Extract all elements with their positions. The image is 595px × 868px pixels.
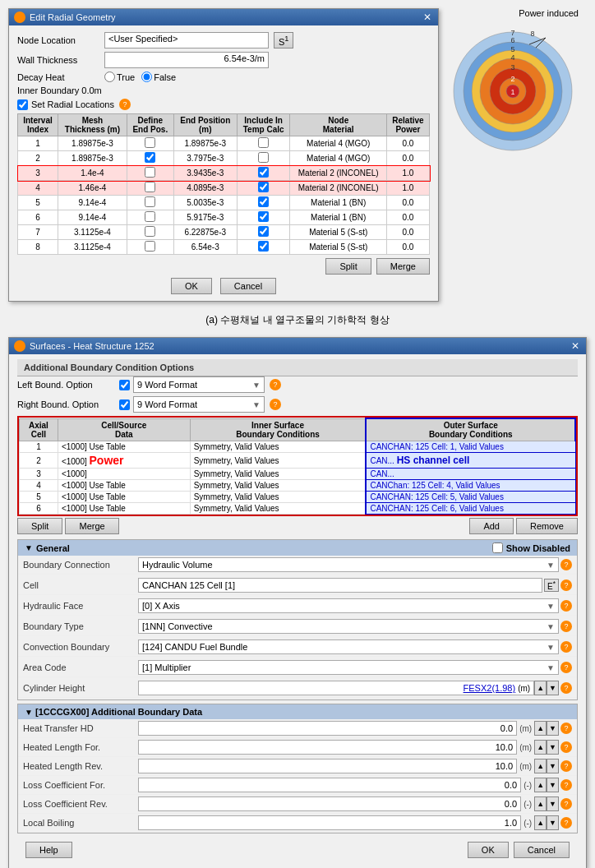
boundary-type-value[interactable]: [1NN] Convective ▼ xyxy=(138,619,559,634)
power-annotation: Power xyxy=(90,454,124,467)
split-button[interactable]: Split xyxy=(325,258,371,275)
node-location-input[interactable]: <User Specified> xyxy=(104,32,269,48)
left-bound-help-icon: ? xyxy=(270,379,281,390)
table-row: 8 3.1125e-4 6.54e-3 Material 5 (S-st) 0.… xyxy=(18,240,430,255)
table-row: 7 3.1125e-4 6.22875e-3 Material 5 (S-st)… xyxy=(18,225,430,240)
loss-coeff-rev-adj-down[interactable]: ▼ xyxy=(547,796,559,811)
node-location-label: Node Location xyxy=(17,35,99,45)
inner-boundary-label: Inner Boundary 0.0m xyxy=(17,85,430,95)
node-location-button[interactable]: S1 xyxy=(274,32,293,48)
left-bound-dropdown-arrow: ▼ xyxy=(252,381,261,390)
show-disabled-label: Show Disabled xyxy=(506,543,570,553)
remove-button[interactable]: Remove xyxy=(516,518,578,534)
cell-split-button[interactable]: Split xyxy=(17,518,62,534)
loss-coeff-rev-adj-up[interactable]: ▲ xyxy=(534,796,547,811)
show-disabled-checkbox[interactable] xyxy=(492,542,503,553)
left-bound-dropdown[interactable]: 9 Word Format ▼ xyxy=(133,376,265,393)
boundary-connection-value[interactable]: Hydraulic Volume ▼ xyxy=(138,557,559,572)
area-code-label: Area Code xyxy=(23,663,138,672)
heated-length-rev-value: 10.0 xyxy=(138,759,517,773)
local-boiling-adj-down[interactable]: ▼ xyxy=(547,815,559,830)
decay-heat-true[interactable]: True xyxy=(104,72,135,82)
cell-merge-button[interactable]: Merge xyxy=(65,518,118,534)
heated-length-for-adj-down[interactable]: ▼ xyxy=(547,740,559,755)
cancel-button[interactable]: Cancel xyxy=(220,278,276,294)
loss-coeff-for-adj-up[interactable]: ▲ xyxy=(534,778,547,792)
local-boiling-label: Local Boiling xyxy=(23,818,138,828)
table-row: 1 1.89875e-3 1.89875e-3 Material 4 (MGO)… xyxy=(18,136,430,151)
surfaces-close-button[interactable]: ✕ xyxy=(570,340,581,352)
help-icon: ? xyxy=(119,99,131,110)
table-row: 2 1.89875e-3 3.7975e-3 Material 4 (MGO) … xyxy=(18,151,430,166)
svg-text:6: 6 xyxy=(510,36,514,44)
general-label: General xyxy=(36,543,70,553)
target-diagram: 1 2 3 4 5 6 7 8 xyxy=(447,21,579,153)
table-row: 3 1.4e-4 3.9435e-3 Material 2 (INCONEL) … xyxy=(18,166,430,181)
surfaces-ok-button[interactable]: OK xyxy=(468,842,509,858)
split-merge-row: Split Merge xyxy=(17,258,430,275)
right-bound-checkbox[interactable] xyxy=(119,399,130,410)
cell-table-row: 2 <1000] Power Symmetry, Valid Values CA… xyxy=(20,453,576,469)
table-row: 5 9.14e-4 5.0035e-3 Material 1 (BN) 0.0 xyxy=(18,196,430,210)
col-header-power: RelativePower xyxy=(386,114,429,136)
cell-table-row: 6 <1000] Use Table Symmetry, Valid Value… xyxy=(20,503,576,515)
cell-col-inner: Inner SurfaceBoundary Conditions xyxy=(190,418,366,441)
heat-transfer-hd-adj-down[interactable]: ▼ xyxy=(547,721,559,736)
area-code-arrow: ▼ xyxy=(547,663,555,672)
right-bound-dropdown[interactable]: 9 Word Format ▼ xyxy=(133,396,265,413)
decay-heat-false[interactable]: False xyxy=(141,72,176,82)
heat-transfer-hd-adj-up[interactable]: ▲ xyxy=(534,721,547,736)
svg-text:5: 5 xyxy=(510,45,514,53)
right-bound-dropdown-arrow: ▼ xyxy=(252,400,261,409)
help-button[interactable]: Help xyxy=(25,842,72,858)
local-boiling-unit: (-) xyxy=(524,819,532,828)
loss-coeff-rev-row: Loss Coefficient Rev. 0.0 (-) ▲ ▼ ? xyxy=(18,795,577,814)
cell-col-outer: Outer SurfaceBoundary Conditions xyxy=(366,418,575,441)
cylinder-height-link[interactable]: FESX2(1.98) xyxy=(464,683,516,693)
area-code-value[interactable]: [1] Multiplier ▼ xyxy=(138,660,559,675)
cell-edit-button[interactable]: E* xyxy=(544,579,559,592)
cell-table-row: 5 <1000] Use Table Symmetry, Valid Value… xyxy=(20,492,576,503)
hydraulic-face-value[interactable]: [0] X Axis ▼ xyxy=(138,598,559,613)
cylinder-height-adj-down[interactable]: ▼ xyxy=(547,681,559,695)
cylinder-height-adj-up[interactable]: ▲ xyxy=(534,681,547,695)
col-header-endpos: End Position(m) xyxy=(173,114,237,136)
convection-boundary-label: Convection Boundary xyxy=(23,642,138,652)
area-code-help: ? xyxy=(560,662,572,673)
left-bound-checkbox[interactable] xyxy=(119,380,130,390)
set-radial-locations-row: Set Radial Locations ? xyxy=(17,99,430,110)
close-button[interactable]: ✕ xyxy=(422,12,433,23)
heated-length-rev-adj-down[interactable]: ▼ xyxy=(547,759,559,773)
dialog-title: Edit Radial Geometry xyxy=(30,12,116,22)
svg-text:8: 8 xyxy=(530,30,534,38)
boundary-type-row: Boundary Type [1NN] Convective ▼ ? xyxy=(18,617,577,636)
power-induced-label: Power induced xyxy=(447,8,587,18)
top-left-panel: Edit Radial Geometry ✕ Node Location <Us… xyxy=(8,8,439,308)
svg-text:1: 1 xyxy=(510,88,514,96)
local-boiling-adj-up[interactable]: ▲ xyxy=(534,815,547,830)
radial-table: IntervalIndex MeshThickness (m) DefineEn… xyxy=(17,113,430,255)
add-button[interactable]: Add xyxy=(469,518,514,534)
radial-geometry-dialog: Edit Radial Geometry ✕ Node Location <Us… xyxy=(8,8,439,302)
dialog-title-bar: Edit Radial Geometry ✕ xyxy=(9,9,438,25)
top-right-panel: Power induced 1 2 3 4 xyxy=(447,8,587,155)
convection-boundary-value[interactable]: [124] CANDU Fuel Bundle ▼ xyxy=(138,639,559,654)
set-radial-locations-checkbox[interactable] xyxy=(17,99,28,110)
ok-button[interactable]: OK xyxy=(171,278,212,294)
col-header-define: DefineEnd Pos. xyxy=(127,114,173,136)
right-bound-label: Right Bound. Option xyxy=(17,399,116,409)
loss-coeff-rev-help: ? xyxy=(560,798,572,810)
additional-boundary-header: ▼ [1CCCGX00] Additional Boundary Data xyxy=(18,704,577,719)
loss-coeff-for-help: ? xyxy=(560,779,572,791)
convection-boundary-help: ? xyxy=(560,641,572,653)
decay-heat-row: Decay Heat True False xyxy=(17,72,430,82)
loss-coeff-for-adj-down[interactable]: ▼ xyxy=(547,778,559,792)
svg-text:4: 4 xyxy=(510,53,514,62)
merge-button[interactable]: Merge xyxy=(376,258,430,275)
surfaces-cancel-button[interactable]: Cancel xyxy=(514,842,570,858)
wall-thickness-input[interactable]: 6.54e-3/m xyxy=(104,52,269,68)
title-area: Edit Radial Geometry xyxy=(14,12,116,23)
heated-length-rev-adj-up[interactable]: ▲ xyxy=(534,759,547,773)
surfaces-title-area: Surfaces - Heat Structure 1252 xyxy=(14,340,155,352)
heated-length-for-adj-up[interactable]: ▲ xyxy=(534,740,547,755)
